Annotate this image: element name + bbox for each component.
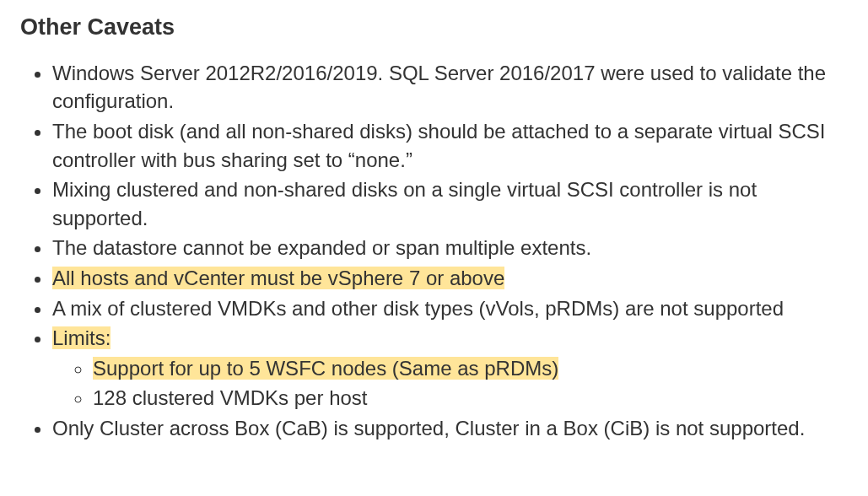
list-item: Support for up to 5 WSFC nodes (Same as … bbox=[93, 354, 848, 383]
caveat-list: Windows Server 2012R2/2016/2019. SQL Ser… bbox=[20, 59, 848, 443]
list-item: The datastore cannot be expanded or span… bbox=[52, 234, 848, 262]
highlighted-text: Support for up to 5 WSFC nodes (Same as … bbox=[93, 357, 558, 380]
list-item: Windows Server 2012R2/2016/2019. SQL Ser… bbox=[52, 59, 848, 116]
list-item: Only Cluster across Box (CaB) is support… bbox=[52, 414, 848, 443]
list-item: A mix of clustered VMDKs and other disk … bbox=[52, 294, 848, 323]
nested-list: Support for up to 5 WSFC nodes (Same as … bbox=[52, 354, 848, 412]
list-item: 128 clustered VMDKs per host bbox=[93, 384, 848, 412]
list-item: Mixing clustered and non-shared disks on… bbox=[52, 175, 848, 232]
highlighted-text: All hosts and vCenter must be vSphere 7 … bbox=[52, 267, 504, 289]
highlighted-text: Limits: bbox=[52, 326, 111, 349]
section-heading: Other Caveats bbox=[20, 12, 848, 44]
list-item: Limits: Support for up to 5 WSFC nodes (… bbox=[52, 324, 848, 412]
list-item: The boot disk (and all non-shared disks)… bbox=[52, 117, 848, 174]
list-item: All hosts and vCenter must be vSphere 7 … bbox=[52, 264, 848, 293]
